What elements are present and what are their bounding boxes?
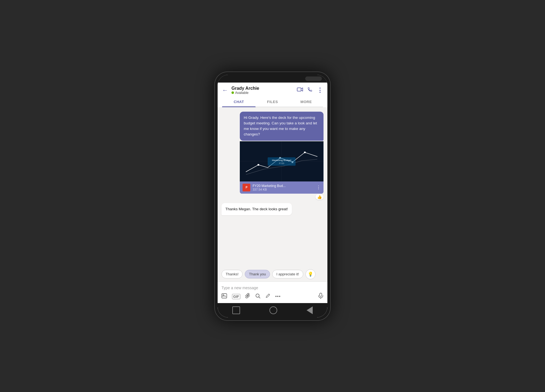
message-reaction: 👍 — [240, 194, 324, 200]
image-icon[interactable] — [221, 293, 227, 300]
svg-point-7 — [304, 152, 306, 153]
smart-replies-bar: Thanks! Thank you I appreciate it! 💡 — [218, 267, 327, 281]
nav-home-button[interactable] — [269, 306, 277, 314]
tab-files[interactable]: FILES — [256, 97, 289, 107]
message-input[interactable] — [221, 285, 324, 291]
svg-line-14 — [259, 297, 260, 298]
status-label: Available — [235, 91, 248, 95]
smart-reply-thanks[interactable]: Thanks! — [221, 270, 243, 278]
incoming-bubble: Thanks Megan. The deck looks great! — [221, 203, 292, 215]
toolbar-left: GIF — [221, 293, 281, 300]
suggestions-button[interactable]: 💡 — [305, 269, 315, 279]
nav-square-button[interactable] — [232, 306, 240, 314]
file-more-button[interactable]: ⋮ — [316, 185, 321, 190]
pen-icon[interactable] — [265, 293, 270, 300]
outgoing-bubble: Hi Grady. Here's the deck for the upcomi… — [240, 112, 324, 141]
chat-header: ← Grady Archie Available — [218, 83, 327, 107]
file-attachment[interactable]: Marketing Budget FY20 P FY20 Marketing B… — [240, 141, 324, 194]
more-options-button[interactable]: ⋮ — [317, 87, 323, 94]
phone-call-button[interactable] — [307, 87, 312, 93]
svg-point-4 — [258, 164, 259, 166]
smart-reply-thank-you[interactable]: Thank you — [245, 270, 270, 278]
file-info-bar: P FY20 Marketing Bud... 337.54 KB ⋮ — [240, 181, 324, 194]
bottom-nav — [218, 303, 327, 317]
ppt-icon: P — [243, 184, 250, 191]
svg-rect-15 — [320, 293, 322, 296]
reaction-emoji: 👍 — [315, 194, 324, 200]
message-input-area: GIF — [218, 281, 327, 303]
smart-reply-appreciate[interactable]: I appreciate it! — [272, 270, 303, 278]
message-incoming: Thanks Megan. The deck looks great! — [221, 203, 292, 215]
contact-info: Grady Archie Available — [231, 86, 259, 95]
tab-chat[interactable]: CHAT — [222, 97, 256, 107]
header-actions: ⋮ — [297, 87, 323, 94]
chat-area: Hi Grady. Here's the deck for the upcomi… — [218, 107, 327, 267]
file-size: 337.54 KB — [253, 188, 314, 191]
nav-back-button[interactable] — [307, 306, 313, 314]
contact-status: Available — [231, 91, 259, 95]
file-name-info: FY20 Marketing Bud... 337.54 KB — [253, 184, 314, 191]
input-toolbar: GIF — [221, 291, 324, 301]
file-name: FY20 Marketing Bud... — [253, 184, 314, 188]
svg-point-12 — [223, 294, 224, 296]
camera-pill — [305, 76, 322, 81]
more-toolbar-icon[interactable]: ••• — [275, 294, 281, 299]
mic-button[interactable] — [318, 293, 324, 300]
svg-text:Marketing Budget: Marketing Budget — [272, 159, 292, 161]
video-call-button[interactable] — [297, 87, 303, 93]
status-dot — [231, 91, 234, 94]
tab-bar: CHAT FILES MORE — [222, 97, 323, 107]
back-button[interactable]: ← — [222, 87, 228, 93]
svg-text:FY20: FY20 — [279, 162, 284, 164]
tab-more[interactable]: MORE — [289, 97, 323, 107]
search-icon[interactable] — [255, 293, 260, 300]
phone-top-bar — [218, 75, 327, 83]
message-outgoing: Hi Grady. Here's the deck for the upcomi… — [240, 112, 324, 200]
attach-icon[interactable] — [245, 293, 250, 300]
contact-name: Grady Archie — [231, 86, 259, 91]
outgoing-text: Hi Grady. Here's the deck for the upcomi… — [244, 116, 317, 137]
gif-icon[interactable]: GIF — [232, 294, 240, 299]
incoming-text: Thanks Megan. The deck looks great! — [225, 207, 288, 211]
svg-rect-0 — [297, 88, 301, 91]
file-preview: Marketing Budget FY20 — [240, 141, 324, 181]
